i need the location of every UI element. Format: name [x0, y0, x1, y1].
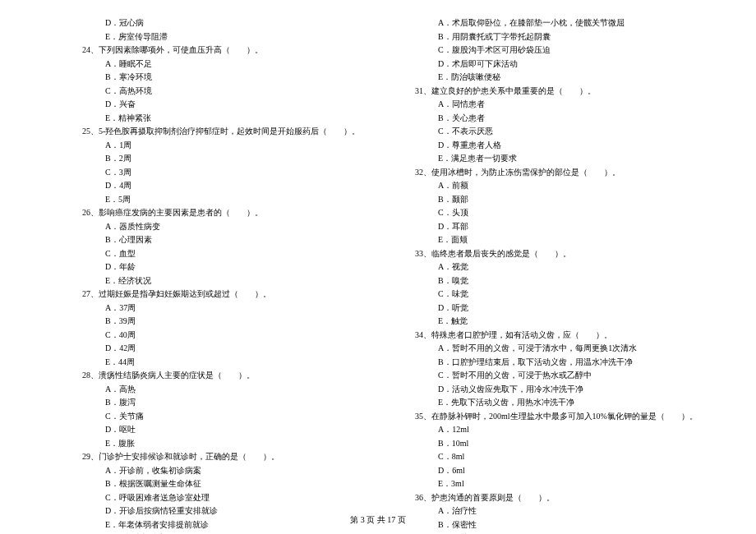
question-text: 28、溃疡性结肠炎病人主要的症状是（ ）。	[82, 369, 374, 383]
option-text: C．呼吸困难者送急诊室处理	[82, 491, 374, 505]
option-text: D．尊重患者人格	[415, 139, 707, 153]
option-text: D．活动义齿应先取下，用冷水冲洗干净	[415, 383, 707, 397]
option-text: D．兴奋	[82, 98, 374, 112]
question-text: 34、特殊患者口腔护理，如有活动义齿，应（ ）。	[415, 329, 707, 343]
option-text: E．3ml	[415, 477, 707, 491]
option-text: A．睡眠不足	[82, 58, 374, 71]
option-text: B．口腔护理结束后，取下活动义齿，用温水冲洗干净	[415, 356, 707, 370]
option-text: A．前额	[415, 179, 707, 193]
option-text: B．根据医嘱测量生命体征	[82, 477, 374, 491]
question-text: 36、护患沟通的首要原则是（ ）。	[415, 491, 707, 505]
option-text: A．12ml	[415, 423, 707, 437]
option-text: B．寒冷环境	[82, 71, 374, 85]
option-text: C．3周	[82, 166, 374, 180]
option-text: D．听觉	[415, 302, 707, 315]
option-text: A．开诊前，收集初诊病案	[82, 464, 374, 478]
question-text: 31、建立良好的护患关系中最重要的是（ ）。	[415, 85, 707, 99]
option-text: D．冠心病	[82, 16, 374, 30]
option-text: D．年龄	[82, 260, 374, 274]
option-text: B．心理因素	[82, 233, 374, 247]
option-text: D．耳部	[415, 220, 707, 234]
option-text: A．器质性病变	[82, 220, 374, 234]
question-text: 24、下列因素除哪项外，可使血压升高（ ）。	[82, 44, 374, 58]
right-column: A．术后取仰卧位，在膝部垫一小枕，使髋关节微屈B．用阴囊托或丁字带托起阴囊C．腹…	[415, 16, 707, 534]
question-text: 26、影响癌症发病的主要因素是患者的（ ）。	[82, 206, 374, 220]
option-text: B．腹泻	[82, 396, 374, 410]
option-text: B．2周	[82, 152, 374, 166]
option-text: E．面颊	[415, 233, 707, 247]
option-text: C．腹股沟手术区可用砂袋压迫	[415, 44, 707, 58]
option-text: E．房室传导阻滞	[82, 30, 374, 44]
option-text: D．6ml	[415, 464, 707, 478]
option-text: A．37周	[82, 302, 374, 315]
option-text: C．不表示厌恶	[415, 125, 707, 139]
option-text: E．触觉	[415, 315, 707, 329]
question-text: 32、使用冰槽时，为防止冻伤需保护的部位是（ ）。	[415, 166, 707, 180]
page-footer: 第 3 页 共 17 页	[0, 514, 756, 526]
option-text: D．42周	[82, 342, 374, 356]
option-text: E．腹胀	[82, 437, 374, 451]
option-text: C．关节痛	[82, 410, 374, 424]
option-text: C．40周	[82, 329, 374, 343]
option-text: A．术后取仰卧位，在膝部垫一小枕，使髋关节微屈	[415, 16, 707, 30]
option-text: B．关心患者	[415, 112, 707, 126]
option-text: E．精神紧张	[82, 112, 374, 126]
option-text: C．8ml	[415, 450, 707, 464]
question-text: 27、过期妊娠是指孕妇妊娠期达到或超过（ ）。	[82, 288, 374, 302]
option-text: D．呕吐	[82, 423, 374, 437]
option-text: B．嗅觉	[415, 274, 707, 288]
question-text: 25、5-羟色胺再摄取抑制剂治疗抑郁症时，起效时间是开始服药后（ ）。	[82, 125, 374, 139]
option-text: E．先取下活动义齿，用热水冲洗干净	[415, 396, 707, 410]
option-text: B．颞部	[415, 193, 707, 207]
option-text: D．4周	[82, 179, 374, 193]
option-text: A．高热	[82, 383, 374, 397]
option-text: E．经济状况	[82, 274, 374, 288]
option-text: C．味觉	[415, 288, 707, 302]
option-text: C．头顶	[415, 206, 707, 220]
question-text: 29、门诊护士安排候诊和就诊时，正确的是（ ）。	[82, 450, 374, 464]
option-text: E．5周	[82, 193, 374, 207]
option-text: B．10ml	[415, 437, 707, 451]
option-text: E．防治咳嗽便秘	[415, 71, 707, 85]
option-text: A．同情患者	[415, 98, 707, 112]
exam-page: D．冠心病E．房室传导阻滞24、下列因素除哪项外，可使血压升高（ ）。A．睡眠不…	[0, 0, 756, 534]
option-text: C．高热环境	[82, 85, 374, 99]
option-text: C．血型	[82, 247, 374, 261]
option-text: B．39周	[82, 315, 374, 329]
option-text: A．视觉	[415, 260, 707, 274]
option-text: C．暂时不用的义齿，可浸于热水或乙醇中	[415, 369, 707, 383]
question-text: 33、临终患者最后丧失的感觉是（ ）。	[415, 247, 707, 261]
option-text: A．暂时不用的义齿，可浸于清水中，每周更换1次清水	[415, 342, 707, 356]
option-text: E．44周	[82, 356, 374, 370]
option-text: D．术后即可下床活动	[415, 58, 707, 71]
option-text: B．用阴囊托或丁字带托起阴囊	[415, 30, 707, 44]
left-column: D．冠心病E．房室传导阻滞24、下列因素除哪项外，可使血压升高（ ）。A．睡眠不…	[82, 16, 374, 534]
option-text: A．1周	[82, 139, 374, 153]
option-text: E．满足患者一切要求	[415, 152, 707, 166]
question-text: 35、在静脉补钾时，200ml生理盐水中最多可加入10%氯化钾的量是（ ）。	[415, 410, 707, 424]
